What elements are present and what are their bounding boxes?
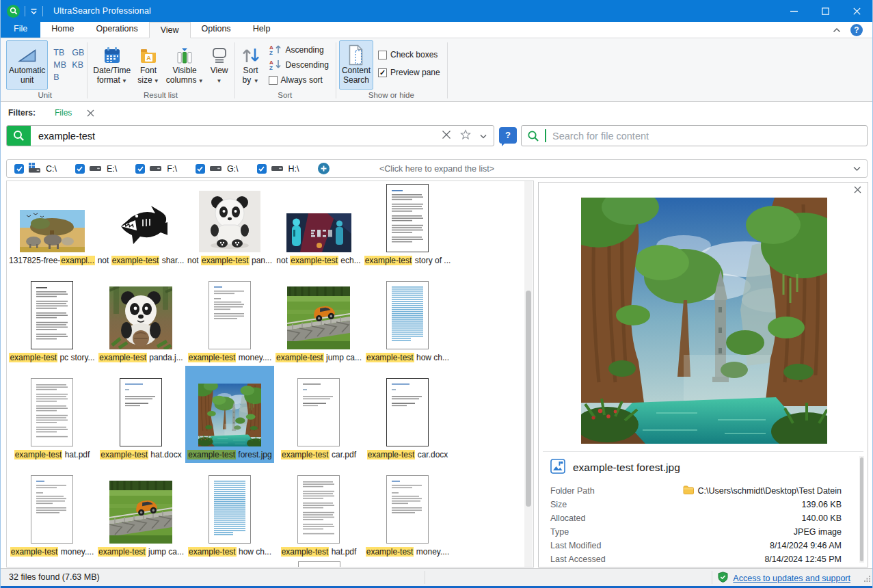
detail-label: Allocated: [550, 513, 585, 523]
tab-help[interactable]: Help: [242, 21, 282, 38]
result-tile[interactable]: example-test how ch...: [363, 269, 452, 366]
always-sort-checkbox[interactable]: Always sort: [265, 72, 332, 88]
checkbox-checked-icon[interactable]: [196, 164, 205, 174]
help-icon[interactable]: ?: [850, 24, 863, 36]
filter-tab-files[interactable]: Files: [55, 108, 72, 118]
calendar-icon: [103, 44, 121, 66]
content-search-input[interactable]: Search for file content: [521, 125, 868, 146]
result-tile[interactable]: example-test money....: [8, 463, 96, 560]
tab-operations[interactable]: Operations: [85, 21, 149, 38]
search-icon[interactable]: [7, 126, 31, 146]
drive-filter-c[interactable]: C:\: [14, 163, 57, 175]
results-scrollbar[interactable]: [524, 181, 533, 567]
search-query[interactable]: example-test: [31, 131, 442, 142]
sort-by-button[interactable]: Sort by ▼: [238, 40, 264, 90]
image-file-icon: [550, 459, 565, 476]
result-tile[interactable]: example-test pc story...: [8, 269, 96, 366]
result-tile[interactable]: not example-test shar...: [96, 181, 185, 269]
drive-filter-f[interactable]: F:\: [135, 163, 177, 175]
results-scrollbar-thumb[interactable]: [526, 291, 531, 507]
file-thumbnail: [20, 210, 85, 252]
result-tile[interactable]: example-test forest.jpg: [185, 366, 274, 463]
favorite-star-icon[interactable]: [460, 129, 471, 142]
detail-label: Type: [550, 527, 569, 537]
font-size-button[interactable]: AFontsize ▼: [135, 40, 161, 90]
tab-options[interactable]: Options: [191, 21, 242, 38]
drive-filter-bar[interactable]: C:\E:\F:\G:\H:\ <Click here to expand th…: [6, 159, 868, 178]
result-tile[interactable]: example-test panda.j...: [96, 269, 185, 366]
close-button[interactable]: [841, 0, 872, 22]
unit-button-b[interactable]: B: [53, 72, 65, 82]
clear-search-icon[interactable]: [442, 130, 451, 142]
result-tile[interactable]: example-test hat.docx: [96, 366, 185, 463]
result-tile[interactable]: example-test money....: [185, 269, 274, 366]
result-tile[interactable]: example-test car.pdf: [274, 366, 363, 463]
drive-filter-g[interactable]: G:\: [196, 163, 239, 175]
button-label: columns ▼: [166, 76, 204, 85]
tab-view[interactable]: View: [149, 22, 191, 38]
maximize-button[interactable]: [809, 0, 841, 22]
title-bar[interactable]: UltraSearch Professional: [1, 0, 872, 22]
date-time-format-button[interactable]: Date/Timeformat ▼: [90, 40, 133, 90]
result-tile[interactable]: example-test hat.pdf: [274, 463, 363, 560]
file-name-text: hat.docx: [148, 450, 182, 459]
close-preview-icon[interactable]: [854, 186, 861, 196]
check-boxes-checkbox[interactable]: Check boxes: [375, 46, 444, 64]
checkbox-checked-icon[interactable]: [14, 164, 24, 174]
file-name-text: jump ca...: [324, 353, 362, 362]
drive-bar-chevron-icon[interactable]: [853, 166, 861, 172]
search-input[interactable]: example-test: [6, 125, 494, 146]
result-tile[interactable]: example-test jump ca...: [96, 463, 185, 560]
file-name-text: pc story...: [57, 353, 94, 362]
ascending-button[interactable]: AZ Ascending: [265, 42, 332, 57]
updates-support-link[interactable]: Access to updates and support: [733, 574, 850, 583]
sort-ascending-icon: AZ: [269, 44, 282, 57]
resize-grip[interactable]: [864, 575, 871, 585]
result-tile[interactable]: example-test jump ca...: [274, 269, 363, 366]
checkbox-checked-icon[interactable]: [75, 164, 85, 174]
tab-file[interactable]: File: [1, 21, 40, 38]
result-tile[interactable]: example-test how ch...: [185, 463, 274, 560]
checkbox-checked-icon[interactable]: [257, 164, 267, 174]
checkbox-unchecked-icon: [378, 51, 387, 59]
tab-home[interactable]: Home: [40, 21, 85, 38]
result-tile[interactable]: example-test story of ...: [363, 181, 452, 269]
result-tile[interactable]: 1317825-free-exampl...: [8, 181, 96, 269]
unit-button-gb[interactable]: GB: [72, 48, 83, 57]
unit-button-mb[interactable]: MB: [53, 60, 65, 70]
file-name-text: forest.jpg: [236, 450, 272, 459]
file-thumbnail: [386, 475, 429, 544]
descending-button[interactable]: AZ Descending: [265, 57, 332, 72]
visible-columns-button[interactable]: Visiblecolumns ▼: [163, 40, 206, 90]
add-path-icon[interactable]: [318, 163, 330, 174]
result-tile[interactable]: not example-test ech...: [274, 181, 363, 269]
file-name-text: jump ca...: [146, 547, 184, 557]
close-filter-icon[interactable]: [87, 109, 94, 117]
preview-scrollbar-thumb[interactable]: [860, 457, 863, 561]
preview-pane-checkbox[interactable]: ✓ Preview pane: [375, 64, 444, 81]
ribbon: Automatic unit TBGBMBKBB Unit Date/Timef…: [1, 38, 872, 102]
drive-filter-h[interactable]: H:\: [257, 163, 299, 175]
expand-list-hint[interactable]: <Click here to expand the list>: [379, 164, 494, 174]
result-tile[interactable]: example-test car.docx: [363, 366, 452, 463]
unit-button-kb[interactable]: KB: [72, 60, 83, 70]
automatic-unit-button[interactable]: Automatic unit: [6, 40, 48, 90]
search-history-chevron-icon[interactable]: [480, 131, 487, 141]
collapse-ribbon-icon[interactable]: [833, 25, 841, 35]
view-button[interactable]: View▼: [208, 40, 231, 90]
preview-scrollbar[interactable]: [859, 456, 864, 563]
quick-access-dropdown-icon[interactable]: [30, 8, 38, 14]
checkbox-checked-icon[interactable]: [135, 164, 145, 174]
shield-check-icon: [718, 572, 728, 585]
result-tile[interactable]: example-test money....: [363, 463, 452, 560]
file-thumbnail: [199, 191, 260, 252]
search-help-button[interactable]: ?: [499, 127, 517, 144]
content-search-button[interactable]: Content Search: [339, 40, 373, 90]
minimize-button[interactable]: [778, 0, 809, 22]
drive-filter-e[interactable]: E:\: [75, 163, 117, 175]
file-detail-row: Size139.06 KB: [550, 498, 842, 511]
button-label: Date/Time: [93, 66, 131, 76]
unit-button-tb[interactable]: TB: [53, 48, 65, 57]
result-tile[interactable]: example-test hat.pdf: [8, 366, 96, 463]
result-tile[interactable]: not example-test pan...: [185, 181, 274, 269]
